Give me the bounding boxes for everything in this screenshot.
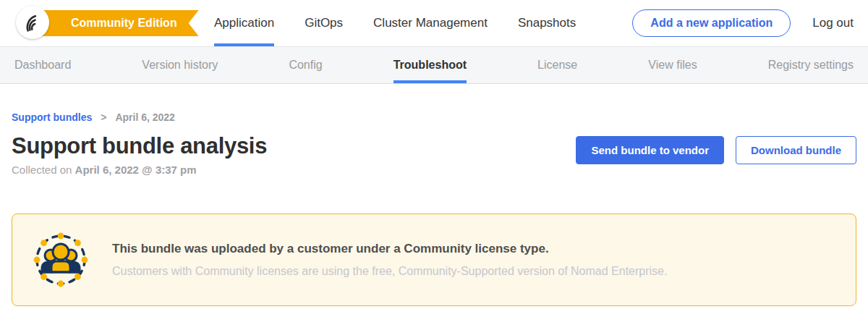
collected-prefix: Collected on <box>12 164 75 176</box>
community-people-icon <box>33 232 89 288</box>
breadcrumb-current: April 6, 2022 <box>115 111 175 123</box>
alert-title: This bundle was uploaded by a customer u… <box>112 242 667 256</box>
community-license-alert: This bundle was uploaded by a customer u… <box>12 214 856 306</box>
replicated-logo[interactable] <box>16 6 49 39</box>
brand: Community Edition <box>14 0 185 46</box>
top-header: Community Edition Application GitOps Clu… <box>0 0 868 46</box>
send-bundle-button[interactable]: Send bundle to vendor <box>576 136 724 164</box>
alert-text: This bundle was uploaded by a customer u… <box>112 242 667 278</box>
community-edition-badge: Community Edition <box>33 10 199 36</box>
replicated-logo-icon <box>22 12 43 33</box>
bundle-actions: Send bundle to vendor Download bundle <box>576 133 856 164</box>
alert-description: Customers with Community licenses are us… <box>112 265 667 278</box>
download-bundle-button[interactable]: Download bundle <box>736 136 856 164</box>
page-title: Support bundle analysis <box>12 133 267 159</box>
logout-link[interactable]: Log out <box>812 16 854 30</box>
subnav-config[interactable]: Config <box>289 47 322 83</box>
header-spacer <box>576 0 632 46</box>
primary-nav: Application GitOps Cluster Management Sn… <box>214 0 576 46</box>
title-block: Support bundle analysis Collected on Apr… <box>12 133 267 176</box>
breadcrumb-support-bundles-link[interactable]: Support bundles <box>12 111 92 123</box>
subnav-license[interactable]: License <box>537 47 577 83</box>
collected-date: April 6, 2022 @ 3:37 pm <box>75 164 197 176</box>
nav-snapshots[interactable]: Snapshots <box>518 0 576 46</box>
app-subnav: Dashboard Version history Config Trouble… <box>0 46 868 84</box>
breadcrumb-separator: > <box>101 111 106 123</box>
nav-cluster-management[interactable]: Cluster Management <box>373 0 488 46</box>
subnav-dashboard[interactable]: Dashboard <box>14 47 71 83</box>
title-row: Support bundle analysis Collected on Apr… <box>12 133 856 176</box>
subnav-registry-settings[interactable]: Registry settings <box>768 47 854 83</box>
breadcrumb: Support bundles > April 6, 2022 <box>12 111 856 123</box>
nav-gitops[interactable]: GitOps <box>305 0 343 46</box>
collected-timestamp: Collected on April 6, 2022 @ 3:37 pm <box>12 164 267 176</box>
subnav-view-files[interactable]: View files <box>648 47 697 83</box>
subnav-troubleshoot[interactable]: Troubleshoot <box>393 47 467 83</box>
add-application-button[interactable]: Add a new application <box>632 9 791 37</box>
nav-application[interactable]: Application <box>214 0 274 46</box>
subnav-version-history[interactable]: Version history <box>142 47 218 83</box>
main-content: Support bundles > April 6, 2022 Support … <box>0 111 868 306</box>
